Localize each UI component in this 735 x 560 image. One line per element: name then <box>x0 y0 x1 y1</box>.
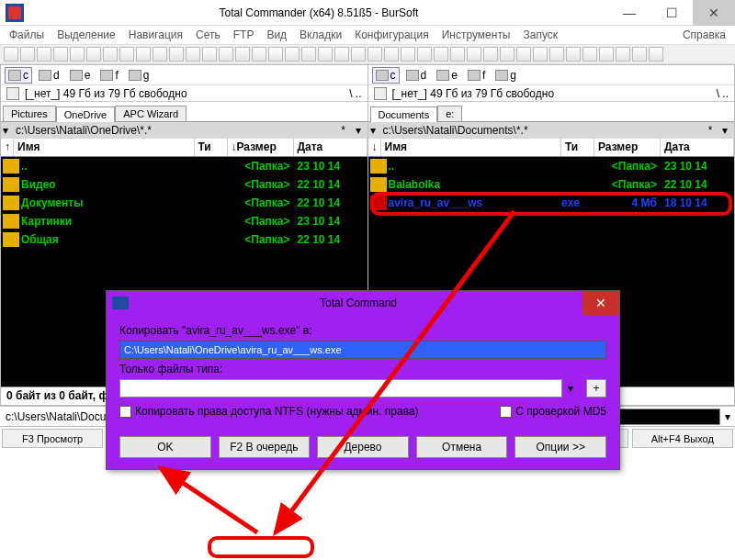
up-button[interactable]: .. <box>356 87 362 100</box>
toolbar-button[interactable] <box>186 47 200 62</box>
toolbar-button[interactable] <box>417 47 432 62</box>
drive-c[interactable]: c <box>372 67 400 84</box>
toolbar-button[interactable] <box>467 47 481 62</box>
menu-net[interactable]: Сеть <box>190 27 226 43</box>
toolbar-button[interactable] <box>351 47 366 62</box>
drive-d[interactable]: d <box>35 67 63 84</box>
md5-checkbox[interactable]: С проверкой MD5 <box>500 405 606 418</box>
toolbar-button[interactable] <box>401 47 415 62</box>
toolbar-button[interactable] <box>86 47 101 62</box>
history-button[interactable]: ▾ <box>718 124 732 137</box>
col-type[interactable]: Ти <box>195 139 228 156</box>
file-row[interactable]: Документы<Папка>22 10 14 <box>1 194 368 212</box>
menu-config[interactable]: Конфигурация <box>349 27 435 43</box>
file-row[interactable]: Общая<Папка>22 10 14 <box>1 230 368 249</box>
file-row[interactable]: ..<Папка>23 10 14 <box>1 157 368 175</box>
toolbar-button[interactable] <box>566 47 581 62</box>
tab-pictures[interactable]: Pictures <box>3 106 56 121</box>
toolbar-button[interactable] <box>533 47 548 62</box>
file-row[interactable]: Картинки<Папка>23 10 14 <box>1 212 368 230</box>
file-row[interactable]: ..<Папка>23 10 14 <box>368 157 735 175</box>
menu-view[interactable]: Вид <box>261 27 292 43</box>
root-button[interactable] <box>6 87 19 100</box>
add-filter-button[interactable]: + <box>586 379 606 398</box>
menu-tools[interactable]: Инструменты <box>436 27 516 43</box>
tab-apcwizard[interactable]: APC Wizard <box>115 106 187 121</box>
tab-documents[interactable]: Documents <box>370 106 438 122</box>
root-menu[interactable]: \ <box>349 87 352 100</box>
menu-ftp[interactable]: FTP <box>228 27 260 43</box>
history-button[interactable]: ▾ <box>351 124 366 137</box>
col-size[interactable]: Размер <box>594 139 661 156</box>
toolbar-button[interactable] <box>599 47 614 62</box>
col-name[interactable]: Имя <box>14 139 195 156</box>
toolbar-button[interactable] <box>318 47 333 62</box>
filter-combo[interactable] <box>119 379 562 398</box>
toolbar-button[interactable] <box>252 47 266 62</box>
right-pathbar[interactable]: ▾ c:\Users\Natali\Documents\*.* * ▾ <box>368 122 735 139</box>
drive-g[interactable]: g <box>492 67 520 84</box>
root-menu[interactable]: \ <box>717 87 719 100</box>
toolbar-button[interactable] <box>268 47 283 62</box>
toolbar-button[interactable] <box>169 47 184 62</box>
maximize-button[interactable]: ☐ <box>650 0 693 26</box>
file-row[interactable]: Видео<Папка>22 10 14 <box>1 175 368 194</box>
toolbar-button[interactable] <box>202 47 217 62</box>
menu-help[interactable]: Справка <box>677 27 731 43</box>
minimize-button[interactable]: — <box>608 0 650 26</box>
tab-onedrive[interactable]: OneDrive <box>56 106 115 122</box>
menu-files[interactable]: Файлы <box>4 27 50 43</box>
drive-e[interactable]: e <box>433 67 461 84</box>
menu-tabs[interactable]: Вкладки <box>294 27 347 43</box>
toolbar-button[interactable] <box>450 47 465 62</box>
options-button[interactable]: Опции >> <box>514 436 606 458</box>
toolbar-button[interactable] <box>334 47 349 62</box>
toolbar-button[interactable] <box>500 47 514 62</box>
toolbar-button[interactable] <box>616 47 630 62</box>
toolbar-button[interactable] <box>434 47 448 62</box>
toolbar-button[interactable] <box>301 47 316 62</box>
sort-arrow-icon[interactable]: ↓ <box>368 139 381 156</box>
col-type[interactable]: Ти <box>561 139 594 156</box>
menu-navigation[interactable]: Навигация <box>123 27 188 43</box>
toolbar-button[interactable] <box>37 47 51 62</box>
favorites-button[interactable]: * <box>336 124 351 137</box>
toolbar-button[interactable] <box>483 47 498 62</box>
tree-button[interactable]: Дерево <box>317 436 409 458</box>
toolbar-button[interactable] <box>582 47 597 62</box>
up-button[interactable]: .. <box>722 87 729 100</box>
drive-d[interactable]: d <box>402 67 431 84</box>
menu-selection[interactable]: Выделение <box>51 27 121 43</box>
toolbar-button[interactable] <box>649 47 663 62</box>
toolbar-button[interactable] <box>235 47 250 62</box>
command-dropdown-icon[interactable]: ▾ <box>720 410 735 423</box>
toolbar-button[interactable] <box>53 47 68 62</box>
tab-e[interactable]: e: <box>437 106 462 121</box>
menu-start[interactable]: Запуск <box>518 27 564 43</box>
f3-view[interactable]: F3 Просмотр <box>2 429 103 448</box>
cancel-button[interactable]: Отмена <box>416 436 508 458</box>
altf4-exit[interactable]: Alt+F4 Выход <box>632 429 733 448</box>
drive-g[interactable]: g <box>125 67 153 84</box>
sort-arrow-icon[interactable]: ↑ <box>1 139 14 156</box>
history-dropdown-icon[interactable]: ▾ <box>3 124 16 137</box>
toolbar-button[interactable] <box>119 47 134 62</box>
drive-e[interactable]: e <box>66 67 95 84</box>
toolbar-button[interactable] <box>219 47 233 62</box>
toolbar-button[interactable] <box>136 47 151 62</box>
dialog-titlebar[interactable]: Total Command ✕ <box>107 291 619 315</box>
toolbar-button[interactable] <box>384 47 399 62</box>
col-size[interactable]: ↓Размер <box>228 139 294 156</box>
drive-f[interactable]: f <box>464 67 489 84</box>
toolbar-button[interactable] <box>368 47 382 62</box>
col-date[interactable]: Дата <box>294 139 368 156</box>
file-row[interactable]: avira_ru_av___wsexe4 Мб18 10 14 <box>368 194 735 212</box>
toolbar-button[interactable] <box>4 47 18 62</box>
left-pathbar[interactable]: ▾ c:\Users\Natali\OneDrive\*.* * ▾ <box>1 122 368 139</box>
toolbar-button[interactable] <box>632 47 647 62</box>
queue-button[interactable]: F2 В очередь <box>219 436 311 458</box>
toolbar-button[interactable] <box>20 47 35 62</box>
toolbar-button[interactable] <box>103 47 118 62</box>
toolbar-button[interactable] <box>516 47 531 62</box>
drive-f[interactable]: f <box>96 67 121 84</box>
